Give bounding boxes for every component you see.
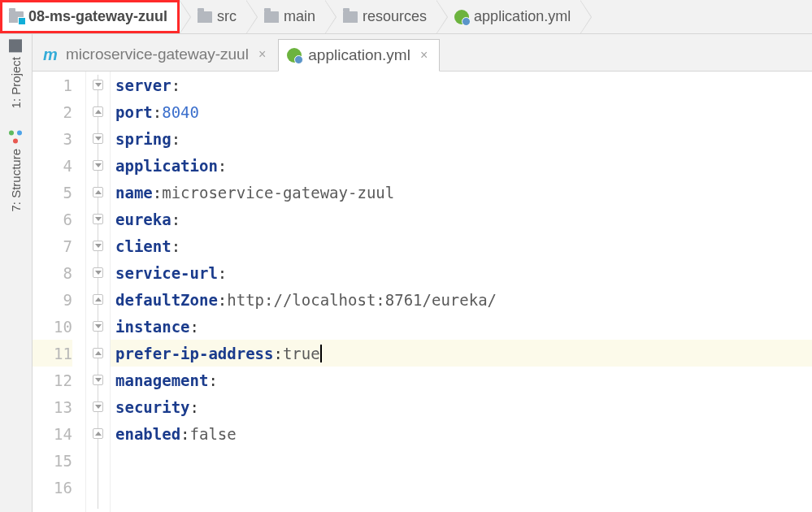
code-line[interactable]: name: microservice-gateway-zuul <box>111 179 812 206</box>
line-number: 12 <box>33 367 72 393</box>
toolwindow-label: 1: Project <box>9 57 23 108</box>
line-number: 15 <box>33 447 72 474</box>
fold-collapse-icon[interactable] <box>93 267 103 278</box>
code-line[interactable]: spring: <box>111 125 812 152</box>
code-line[interactable]: application: <box>111 152 812 179</box>
folder-icon <box>264 11 279 23</box>
code-line[interactable]: server: <box>111 72 812 98</box>
text-caret <box>320 345 322 362</box>
fold-expand-end-icon[interactable] <box>93 187 103 197</box>
project-icon <box>10 39 23 52</box>
code-area[interactable]: server: port: 8040spring: application: n… <box>111 72 812 512</box>
chevron-right-icon <box>436 0 448 34</box>
line-number: 5 <box>33 179 72 206</box>
code-editor[interactable]: 12345678910111213141516 server: port: 80… <box>33 72 812 512</box>
line-number: 7 <box>33 232 72 259</box>
code-line[interactable]: defaultZone: http://localhost:8761/eurek… <box>111 286 812 313</box>
tool-window-strip: 1: Project 7: Structure <box>0 34 33 512</box>
fold-expand-end-icon[interactable] <box>93 294 103 305</box>
line-number-gutter: 12345678910111213141516 <box>33 72 86 512</box>
line-number: 9 <box>33 286 72 313</box>
line-number: 16 <box>33 474 72 501</box>
code-line[interactable]: client: <box>111 232 812 259</box>
fold-collapse-icon[interactable] <box>93 214 103 224</box>
line-number: 3 <box>33 125 72 152</box>
chevron-right-icon <box>325 0 337 34</box>
fold-collapse-icon[interactable] <box>93 321 103 332</box>
breadcrumb: 08-ms-gateway-zuul src main resources ap… <box>0 0 812 34</box>
code-line[interactable] <box>111 447 812 474</box>
code-line[interactable] <box>111 474 812 501</box>
fold-collapse-icon[interactable] <box>93 80 103 90</box>
structure-icon <box>10 131 23 144</box>
tab-maven[interactable]: m microservice-gateway-zuul × <box>33 38 278 71</box>
code-line[interactable]: port: 8040 <box>111 98 812 125</box>
close-icon[interactable]: × <box>417 48 431 63</box>
fold-expand-end-icon[interactable] <box>93 348 103 358</box>
line-number: 13 <box>33 393 72 420</box>
code-line[interactable]: security: <box>111 393 812 420</box>
crumb-label: main <box>284 8 315 25</box>
spring-file-icon <box>287 48 302 63</box>
crumb-label: resources <box>363 8 427 25</box>
fold-expand-end-icon[interactable] <box>93 106 103 117</box>
fold-collapse-icon[interactable] <box>93 160 103 171</box>
fold-collapse-icon[interactable] <box>93 375 103 385</box>
crumb-label: 08-ms-gateway-zuul <box>28 8 167 25</box>
crumb-resources[interactable]: resources <box>337 0 436 33</box>
crumb-main[interactable]: main <box>258 0 325 33</box>
line-number: 14 <box>33 420 72 447</box>
line-number: 2 <box>33 98 72 125</box>
toolwindow-project[interactable]: 1: Project <box>9 39 23 108</box>
close-icon[interactable]: × <box>255 47 269 62</box>
line-number: 10 <box>33 313 72 340</box>
chevron-right-icon <box>180 0 191 34</box>
code-line[interactable]: prefer-ip-address: true <box>111 340 812 367</box>
line-number: 4 <box>33 152 72 179</box>
folder-icon <box>343 11 358 23</box>
crumb-label: application.yml <box>474 8 571 25</box>
chevron-right-icon <box>246 0 258 34</box>
code-line[interactable]: service-url: <box>111 259 812 286</box>
toolwindow-structure[interactable]: 7: Structure <box>9 131 23 212</box>
fold-collapse-icon[interactable] <box>93 401 103 412</box>
line-number: 6 <box>33 206 72 232</box>
line-number: 8 <box>33 259 72 286</box>
crumb-src[interactable]: src <box>191 0 246 33</box>
crumb-file[interactable]: application.yml <box>448 0 580 33</box>
tab-label: microservice-gateway-zuul <box>66 46 249 63</box>
fold-collapse-icon[interactable] <box>93 133 103 144</box>
folder-icon <box>198 11 212 23</box>
code-line[interactable]: management: <box>111 367 812 393</box>
crumb-label: src <box>217 8 237 25</box>
tab-application-yml[interactable]: application.yml × <box>278 39 440 72</box>
line-number: 11 <box>33 340 72 367</box>
fold-column[interactable] <box>86 72 111 512</box>
crumb-root[interactable]: 08-ms-gateway-zuul <box>0 0 180 33</box>
code-line[interactable]: eureka: <box>111 206 812 232</box>
tab-label: application.yml <box>308 46 410 64</box>
toolwindow-label: 7: Structure <box>9 149 23 212</box>
editor-tabs: m microservice-gateway-zuul × applicatio… <box>33 34 812 72</box>
code-line[interactable]: enabled: false <box>111 420 812 447</box>
code-line[interactable]: instance: <box>111 313 812 340</box>
line-number: 1 <box>33 72 72 98</box>
chevron-right-icon <box>580 0 592 34</box>
fold-expand-end-icon[interactable] <box>93 428 103 439</box>
fold-collapse-icon[interactable] <box>93 241 103 251</box>
spring-file-icon <box>454 10 469 24</box>
maven-icon: m <box>41 46 59 63</box>
folder-module-icon <box>9 11 24 23</box>
